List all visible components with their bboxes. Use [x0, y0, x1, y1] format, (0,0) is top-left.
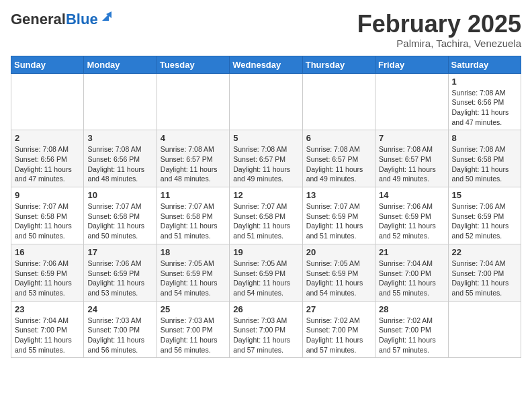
logo-general-text: General — [11, 11, 66, 28]
day-info: Sunrise: 7:08 AM Sunset: 6:56 PM Dayligh… — [452, 88, 517, 128]
calendar-day-cell: 12Sunrise: 7:07 AM Sunset: 6:58 PM Dayli… — [230, 187, 302, 244]
day-number: 20 — [306, 247, 371, 257]
day-number: 23 — [15, 304, 80, 314]
calendar-day-cell — [302, 73, 375, 130]
day-number: 5 — [233, 133, 298, 143]
day-info: Sunrise: 7:08 AM Sunset: 6:57 PM Dayligh… — [379, 144, 444, 184]
day-info: Sunrise: 7:07 AM Sunset: 6:58 PM Dayligh… — [233, 201, 298, 241]
calendar-day-cell: 3Sunrise: 7:08 AM Sunset: 6:56 PM Daylig… — [84, 130, 157, 187]
calendar-day-cell: 9Sunrise: 7:07 AM Sunset: 6:58 PM Daylig… — [11, 187, 84, 244]
day-number: 27 — [306, 304, 371, 314]
day-number: 2 — [15, 133, 80, 143]
day-number: 9 — [15, 190, 80, 200]
calendar-day-cell: 7Sunrise: 7:08 AM Sunset: 6:57 PM Daylig… — [375, 130, 448, 187]
day-info: Sunrise: 7:07 AM Sunset: 6:58 PM Dayligh… — [87, 201, 152, 241]
day-number: 11 — [161, 190, 226, 200]
day-number: 21 — [379, 247, 444, 257]
calendar-day-cell: 6Sunrise: 7:08 AM Sunset: 6:57 PM Daylig… — [302, 130, 375, 187]
calendar-day-cell: 27Sunrise: 7:02 AM Sunset: 7:00 PM Dayli… — [302, 301, 375, 358]
day-number: 4 — [161, 133, 226, 143]
logo-bird-icon — [99, 11, 112, 24]
day-of-week-header: Wednesday — [230, 56, 302, 73]
calendar-day-cell: 28Sunrise: 7:02 AM Sunset: 7:00 PM Dayli… — [375, 301, 448, 358]
day-of-week-header: Saturday — [448, 56, 521, 73]
day-number: 28 — [379, 304, 444, 314]
calendar-day-cell: 25Sunrise: 7:03 AM Sunset: 7:00 PM Dayli… — [157, 301, 229, 358]
day-of-week-header: Thursday — [302, 56, 375, 73]
day-number: 19 — [233, 247, 298, 257]
title-area: February 2025 Palmira, Tachira, Venezuel… — [357, 11, 521, 49]
day-of-week-header: Monday — [84, 56, 157, 73]
day-info: Sunrise: 7:03 AM Sunset: 7:00 PM Dayligh… — [233, 316, 298, 355]
day-info: Sunrise: 7:02 AM Sunset: 7:00 PM Dayligh… — [306, 316, 371, 355]
day-info: Sunrise: 7:08 AM Sunset: 6:58 PM Dayligh… — [452, 144, 517, 184]
calendar-day-cell — [11, 73, 84, 130]
calendar-day-cell: 16Sunrise: 7:06 AM Sunset: 6:59 PM Dayli… — [11, 244, 84, 301]
calendar-day-cell — [448, 301, 521, 358]
day-number: 26 — [233, 304, 298, 314]
day-number: 8 — [452, 133, 517, 143]
calendar-day-cell: 23Sunrise: 7:04 AM Sunset: 7:00 PM Dayli… — [11, 301, 84, 358]
month-title: February 2025 — [357, 11, 521, 38]
calendar-day-cell: 22Sunrise: 7:04 AM Sunset: 7:00 PM Dayli… — [448, 244, 521, 301]
day-of-week-header: Sunday — [11, 56, 84, 73]
day-number: 22 — [452, 247, 517, 257]
calendar-week-row: 16Sunrise: 7:06 AM Sunset: 6:59 PM Dayli… — [11, 244, 521, 301]
calendar-day-cell: 14Sunrise: 7:06 AM Sunset: 6:59 PM Dayli… — [375, 187, 448, 244]
day-info: Sunrise: 7:04 AM Sunset: 7:00 PM Dayligh… — [452, 259, 517, 298]
calendar-day-cell: 19Sunrise: 7:05 AM Sunset: 6:59 PM Dayli… — [230, 244, 302, 301]
day-info: Sunrise: 7:08 AM Sunset: 6:56 PM Dayligh… — [15, 144, 80, 184]
day-info: Sunrise: 7:04 AM Sunset: 7:00 PM Dayligh… — [379, 259, 444, 298]
calendar-day-cell: 11Sunrise: 7:07 AM Sunset: 6:58 PM Dayli… — [157, 187, 229, 244]
calendar-day-cell: 26Sunrise: 7:03 AM Sunset: 7:00 PM Dayli… — [230, 301, 302, 358]
day-number: 1 — [452, 77, 517, 87]
day-info: Sunrise: 7:04 AM Sunset: 7:00 PM Dayligh… — [15, 316, 80, 355]
calendar-day-cell: 13Sunrise: 7:07 AM Sunset: 6:59 PM Dayli… — [302, 187, 375, 244]
calendar-header-row: SundayMondayTuesdayWednesdayThursdayFrid… — [11, 56, 521, 73]
logo: GeneralBlue — [11, 11, 112, 28]
calendar-week-row: 9Sunrise: 7:07 AM Sunset: 6:58 PM Daylig… — [11, 187, 521, 244]
calendar-day-cell: 17Sunrise: 7:06 AM Sunset: 6:59 PM Dayli… — [84, 244, 157, 301]
day-info: Sunrise: 7:03 AM Sunset: 7:00 PM Dayligh… — [87, 316, 152, 355]
calendar-week-row: 23Sunrise: 7:04 AM Sunset: 7:00 PM Dayli… — [11, 301, 521, 358]
calendar-day-cell: 21Sunrise: 7:04 AM Sunset: 7:00 PM Dayli… — [375, 244, 448, 301]
day-number: 7 — [379, 133, 444, 143]
day-info: Sunrise: 7:02 AM Sunset: 7:00 PM Dayligh… — [379, 316, 444, 355]
calendar-day-cell — [157, 73, 229, 130]
day-number: 14 — [379, 190, 444, 200]
calendar-day-cell: 20Sunrise: 7:05 AM Sunset: 6:59 PM Dayli… — [302, 244, 375, 301]
day-info: Sunrise: 7:08 AM Sunset: 6:57 PM Dayligh… — [161, 144, 226, 184]
day-info: Sunrise: 7:05 AM Sunset: 6:59 PM Dayligh… — [306, 259, 371, 298]
calendar-day-cell: 4Sunrise: 7:08 AM Sunset: 6:57 PM Daylig… — [157, 130, 229, 187]
calendar-day-cell: 5Sunrise: 7:08 AM Sunset: 6:57 PM Daylig… — [230, 130, 302, 187]
day-info: Sunrise: 7:06 AM Sunset: 6:59 PM Dayligh… — [452, 201, 517, 241]
day-number: 18 — [161, 247, 226, 257]
page-header: GeneralBlue February 2025 Palmira, Tachi… — [11, 11, 521, 49]
day-number: 17 — [87, 247, 152, 257]
day-info: Sunrise: 7:06 AM Sunset: 6:59 PM Dayligh… — [379, 201, 444, 241]
calendar-day-cell — [84, 73, 157, 130]
day-number: 25 — [161, 304, 226, 314]
day-info: Sunrise: 7:07 AM Sunset: 6:58 PM Dayligh… — [161, 201, 226, 241]
calendar-day-cell — [375, 73, 448, 130]
day-of-week-header: Friday — [375, 56, 448, 73]
calendar-day-cell: 10Sunrise: 7:07 AM Sunset: 6:58 PM Dayli… — [84, 187, 157, 244]
calendar-day-cell: 8Sunrise: 7:08 AM Sunset: 6:58 PM Daylig… — [448, 130, 521, 187]
calendar-day-cell: 18Sunrise: 7:05 AM Sunset: 6:59 PM Dayli… — [157, 244, 229, 301]
day-info: Sunrise: 7:07 AM Sunset: 6:58 PM Dayligh… — [15, 201, 80, 241]
day-number: 15 — [452, 190, 517, 200]
calendar-day-cell: 2Sunrise: 7:08 AM Sunset: 6:56 PM Daylig… — [11, 130, 84, 187]
day-info: Sunrise: 7:06 AM Sunset: 6:59 PM Dayligh… — [87, 259, 152, 298]
day-number: 6 — [306, 133, 371, 143]
calendar-week-row: 2Sunrise: 7:08 AM Sunset: 6:56 PM Daylig… — [11, 130, 521, 187]
day-info: Sunrise: 7:08 AM Sunset: 6:57 PM Dayligh… — [233, 144, 298, 184]
calendar-table: SundayMondayTuesdayWednesdayThursdayFrid… — [11, 56, 521, 359]
day-info: Sunrise: 7:08 AM Sunset: 6:57 PM Dayligh… — [306, 144, 371, 184]
day-of-week-header: Tuesday — [157, 56, 229, 73]
day-number: 10 — [87, 190, 152, 200]
day-number: 12 — [233, 190, 298, 200]
calendar-day-cell — [230, 73, 302, 130]
day-info: Sunrise: 7:05 AM Sunset: 6:59 PM Dayligh… — [161, 259, 226, 298]
calendar-day-cell: 15Sunrise: 7:06 AM Sunset: 6:59 PM Dayli… — [448, 187, 521, 244]
logo-blue-text: Blue — [66, 11, 98, 28]
